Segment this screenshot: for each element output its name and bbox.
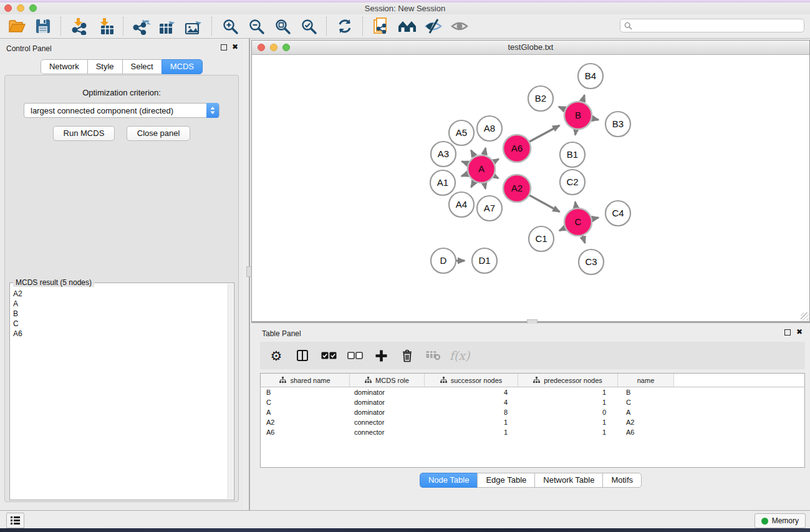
table-cell[interactable]: 0 [518, 409, 618, 416]
graph-edge-A-A7[interactable] [484, 183, 485, 189]
graph-node-B3[interactable]: B3 [605, 112, 630, 137]
table-cell[interactable]: 1 [425, 418, 518, 426]
save-session-button[interactable] [30, 16, 56, 37]
close-panel-icon[interactable]: ✖ [232, 43, 238, 51]
graph-edge-C-C4[interactable] [591, 218, 598, 219]
table-settings-button[interactable]: ⚙ [268, 346, 285, 365]
tab-edge-table[interactable]: Edge Table [477, 473, 535, 488]
table-cell[interactable]: dominator [350, 409, 425, 416]
toggle-columns-button[interactable] [294, 346, 311, 365]
graph-node-A2[interactable]: A2 [503, 175, 531, 202]
graph-node-A1[interactable]: A1 [430, 170, 455, 195]
graph-node-C2[interactable]: C2 [560, 170, 585, 195]
memory-button[interactable]: Memory [755, 513, 806, 528]
result-node-item[interactable]: A2 [11, 289, 228, 299]
graph-edge-C-C3[interactable] [582, 235, 585, 243]
tab-network-table[interactable]: Network Table [534, 473, 603, 488]
export-network-button[interactable] [128, 16, 155, 37]
show-all-button[interactable] [446, 16, 473, 37]
column-header-shared-name[interactable]: shared name [261, 374, 350, 387]
export-image-button[interactable] [181, 16, 207, 37]
table-cell[interactable]: B [618, 389, 674, 396]
result-node-item[interactable]: A [11, 299, 228, 309]
delete-table-button[interactable] [425, 346, 442, 365]
table-cell[interactable]: A2 [261, 418, 350, 426]
import-table-button[interactable] [92, 16, 118, 37]
graph-node-B[interactable]: B [564, 102, 592, 129]
network-canvas[interactable]: B4B2BB3A8A5A6A3B1AA1C2A2A4A7C4CC1C3DD1 [252, 55, 809, 321]
graph-edge-A-A1[interactable] [461, 173, 468, 176]
tab-mcds[interactable]: MCDS [162, 59, 203, 74]
graph-edge-C-C1[interactable] [559, 228, 566, 231]
graph-node-A4[interactable]: A4 [449, 192, 474, 217]
search-field[interactable] [620, 19, 804, 32]
graph-edge-B-B2[interactable] [559, 107, 566, 110]
add-column-button[interactable] [372, 346, 390, 365]
tab-style[interactable]: Style [87, 59, 123, 74]
table-cell[interactable]: B [261, 389, 350, 396]
graph-edge-A-A6[interactable] [493, 159, 499, 162]
column-header-predecessor-nodes[interactable]: predecessor nodes [518, 374, 618, 387]
graph-node-D1[interactable]: D1 [472, 248, 497, 273]
new-network-from-selection-button[interactable] [368, 16, 394, 37]
first-neighbors-button[interactable] [394, 16, 420, 37]
result-scrollbar[interactable] [228, 284, 233, 499]
hide-selected-button[interactable] [420, 16, 446, 37]
table-cell[interactable]: connector [350, 418, 425, 426]
graph-node-A5[interactable]: A5 [449, 120, 474, 145]
graph-node-B2[interactable]: B2 [528, 86, 553, 111]
graph-edge-C-C2[interactable] [575, 202, 576, 209]
run-mcds-button[interactable]: Run MCDS [53, 126, 115, 141]
graph-node-C4[interactable]: C4 [605, 201, 630, 226]
table-cell[interactable]: 1 [425, 428, 518, 436]
table-cell[interactable]: A6 [618, 428, 674, 436]
table-cell[interactable]: 4 [425, 389, 518, 396]
close-panel-button[interactable]: Close panel [127, 126, 191, 141]
table-cell[interactable]: connector [350, 428, 425, 436]
table-cell[interactable]: dominator [350, 389, 425, 396]
graph-node-D[interactable]: D [431, 248, 456, 273]
column-header-mcds-role[interactable]: MCDS role [350, 374, 425, 387]
graph-node-A7[interactable]: A7 [477, 196, 502, 221]
zoom-out-button[interactable] [243, 16, 269, 37]
deselect-all-button[interactable] [346, 346, 364, 365]
graph-edge-A6-B[interactable] [529, 125, 559, 142]
graph-edge-B-B3[interactable] [591, 118, 598, 120]
table-cell[interactable]: 1 [518, 389, 618, 396]
table-cell[interactable]: 1 [518, 428, 618, 436]
export-table-button[interactable] [155, 16, 181, 37]
function-builder-button[interactable]: f(x) [451, 346, 468, 365]
table-cell[interactable]: 4 [425, 399, 518, 406]
graph-node-A8[interactable]: A8 [477, 116, 502, 141]
table-row[interactable]: Cdominator41C [261, 397, 804, 407]
result-node-item[interactable]: B [11, 309, 228, 319]
table-row[interactable]: A2connector11A2 [261, 417, 804, 427]
import-network-button[interactable] [66, 16, 92, 37]
task-history-button[interactable] [6, 513, 24, 528]
zoom-in-button[interactable] [217, 16, 243, 37]
graph-node-A6[interactable]: A6 [503, 135, 531, 162]
search-input[interactable] [635, 19, 804, 32]
open-file-button[interactable] [4, 16, 30, 37]
graph-edge-A-A5[interactable] [471, 150, 475, 157]
graph-edge-A-A4[interactable] [471, 181, 475, 187]
refresh-layout-button[interactable] [332, 16, 358, 37]
graph-node-C3[interactable]: C3 [579, 249, 604, 274]
tab-motifs[interactable]: Motifs [602, 473, 642, 488]
select-all-button[interactable] [320, 346, 337, 365]
tab-network[interactable]: Network [41, 59, 88, 74]
table-cell[interactable]: 1 [518, 418, 618, 426]
table-cell[interactable]: C [618, 399, 674, 406]
graph-edge-A-A3[interactable] [462, 162, 469, 164]
graph-edge-A-A2[interactable] [493, 176, 498, 178]
tab-node-table[interactable]: Node Table [420, 473, 478, 488]
table-cell[interactable]: 8 [425, 409, 518, 416]
graph-edge-A2-C[interactable] [529, 195, 559, 212]
result-node-item[interactable]: A6 [11, 329, 228, 339]
graph-node-C1[interactable]: C1 [529, 226, 554, 251]
zoom-fit-button[interactable] [269, 16, 296, 37]
table-row[interactable]: Bdominator41B [261, 387, 804, 397]
column-header-name[interactable]: name [618, 374, 674, 387]
table-row[interactable]: A6connector11A6 [261, 427, 804, 437]
column-header-successor-nodes[interactable]: successor nodes [425, 374, 518, 387]
